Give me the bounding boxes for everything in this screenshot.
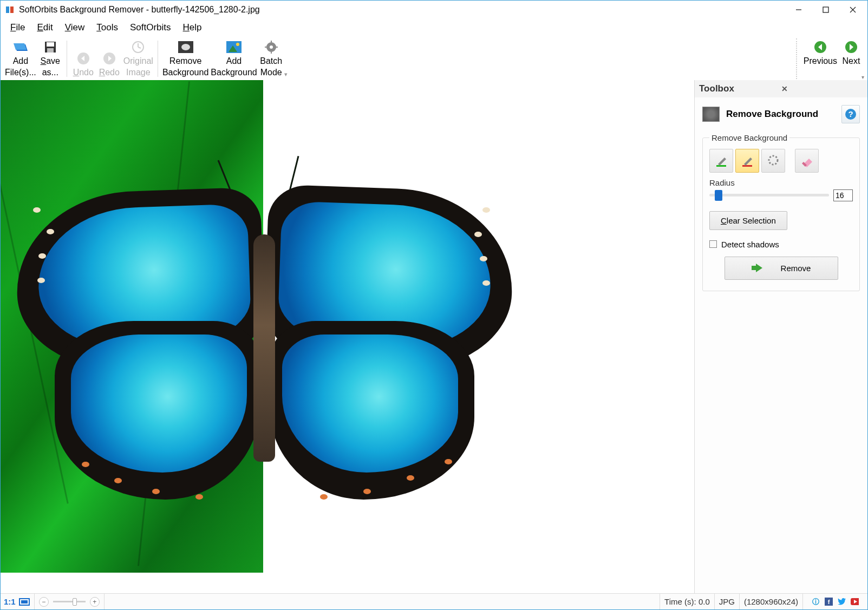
original-image-button[interactable]: Original Image <box>122 38 154 79</box>
nav-overflow-icon[interactable]: ▾ <box>862 74 864 80</box>
svg-rect-0 <box>6 6 9 13</box>
radius-input[interactable] <box>833 189 853 201</box>
zoom-control-cell: − + <box>35 594 105 609</box>
svg-point-33 <box>769 156 778 165</box>
app-window: SoftOrbits Background Remover - butterfl… <box>0 0 868 610</box>
gear-icon <box>265 40 278 55</box>
image-preview <box>1 80 524 593</box>
detect-shadows-label: Detect shadows <box>721 240 779 249</box>
save-as-button[interactable]: Save as... <box>37 38 63 79</box>
add-files-icon <box>14 40 28 55</box>
menu-softorbits[interactable]: SoftOrbits <box>125 20 177 35</box>
help-icon: ? <box>845 108 857 120</box>
undo-button[interactable]: Undo <box>70 38 96 79</box>
remove-bg-icon <box>178 40 193 55</box>
add-files-button[interactable]: Add File(s)... <box>4 38 37 79</box>
remove-background-button[interactable]: Remove Background <box>161 38 210 79</box>
svg-line-13 <box>138 47 141 48</box>
radius-label: Radius <box>709 178 853 187</box>
window-controls <box>785 1 866 19</box>
svg-rect-8 <box>47 48 54 53</box>
minimize-button[interactable] <box>785 1 812 19</box>
remove-background-group: Remove Background <box>702 133 860 291</box>
canvas-area[interactable] <box>1 80 694 593</box>
window-title: SoftOrbits Background Remover - butterfl… <box>19 5 785 15</box>
status-dimensions: (1280x960x24) <box>740 594 803 609</box>
nav-group: Previous Next ▾ <box>796 38 864 79</box>
info-icon[interactable]: ⓘ <box>812 598 820 606</box>
undo-icon <box>77 51 90 66</box>
toolbox-close-button[interactable]: ✕ <box>779 84 864 93</box>
svg-marker-32 <box>744 158 752 166</box>
previous-icon <box>814 40 827 55</box>
radius-slider-thumb[interactable] <box>715 190 722 201</box>
remove-arrow-icon <box>752 264 762 272</box>
panel-header: Remove Background ? <box>702 105 860 123</box>
menu-tools[interactable]: Tools <box>91 20 123 35</box>
app-icon <box>5 5 15 15</box>
previous-button[interactable]: Previous <box>802 38 838 67</box>
add-background-button[interactable]: Add Background <box>210 38 258 79</box>
menu-help[interactable]: Help <box>178 20 207 35</box>
next-button[interactable]: Next <box>838 38 864 67</box>
eraser-icon <box>800 154 813 167</box>
svg-rect-22 <box>271 51 272 54</box>
toolbar-separator <box>67 41 67 77</box>
svg-rect-7 <box>47 42 54 47</box>
batch-mode-button[interactable]: Batch Mode <box>258 38 284 79</box>
svg-rect-1 <box>10 6 14 13</box>
maximize-button[interactable] <box>812 1 839 19</box>
menu-file[interactable]: File <box>5 20 30 35</box>
add-bg-icon <box>226 40 242 55</box>
svg-rect-29 <box>716 165 726 167</box>
marker-tools-row <box>709 149 853 173</box>
clock-icon <box>132 40 145 55</box>
fit-screen-icon <box>19 598 30 606</box>
zoom-slider[interactable] <box>53 601 86 602</box>
marker-green-icon <box>715 154 728 167</box>
redo-button[interactable]: Redo <box>96 38 122 79</box>
menu-view[interactable]: View <box>60 20 90 35</box>
remove-button[interactable]: Remove <box>725 257 838 280</box>
youtube-icon[interactable] <box>851 598 859 606</box>
panel-icon <box>702 107 720 122</box>
green-marker-tool[interactable] <box>709 149 733 173</box>
svg-rect-31 <box>742 165 752 167</box>
radius-slider[interactable] <box>709 194 829 196</box>
svg-point-18 <box>236 43 239 46</box>
radius-slider-row <box>709 189 853 201</box>
marker-red-icon <box>741 154 754 167</box>
svg-rect-38 <box>21 600 28 604</box>
svg-rect-3 <box>823 7 828 12</box>
eraser-tool[interactable] <box>795 149 819 173</box>
zoom-in-button[interactable]: + <box>90 597 100 607</box>
statusbar: 1:1 − + Time (s): 0.0 JPG (1280x960x24) … <box>1 593 867 609</box>
red-marker-tool[interactable] <box>735 149 759 173</box>
svg-text:?: ? <box>848 109 853 119</box>
status-format: JPG <box>715 594 740 609</box>
panel-title: Remove Background <box>726 109 818 120</box>
detect-shadows-row[interactable]: Detect shadows <box>709 240 853 249</box>
zoom-ratio-cell[interactable]: 1:1 <box>1 594 35 609</box>
twitter-icon[interactable] <box>838 598 846 606</box>
svg-marker-36 <box>752 264 762 272</box>
menu-edit[interactable]: Edit <box>31 20 58 35</box>
zoom-out-button[interactable]: − <box>39 597 49 607</box>
svg-rect-23 <box>265 47 267 48</box>
clear-selection-button[interactable]: Clear Selection <box>709 211 787 230</box>
detect-shadows-checkbox[interactable] <box>709 240 717 248</box>
next-icon <box>845 40 858 55</box>
toolbar-separator <box>158 41 158 77</box>
lasso-tool[interactable] <box>761 149 785 173</box>
toolbox-title: Toolbox ✕ <box>695 80 867 97</box>
zoom-slider-thumb[interactable] <box>73 598 77 606</box>
group-legend: Remove Background <box>709 133 789 142</box>
close-button[interactable] <box>839 1 866 19</box>
titlebar: SoftOrbits Background Remover - butterfl… <box>1 1 867 19</box>
social-links: ⓘ f <box>807 598 863 606</box>
menubar: File Edit View Tools SoftOrbits Help <box>1 19 867 36</box>
redo-icon <box>103 51 116 66</box>
help-button[interactable]: ? <box>841 105 860 123</box>
toolbar-overflow-icon[interactable]: ▾ <box>284 71 290 79</box>
facebook-icon[interactable]: f <box>825 598 833 606</box>
